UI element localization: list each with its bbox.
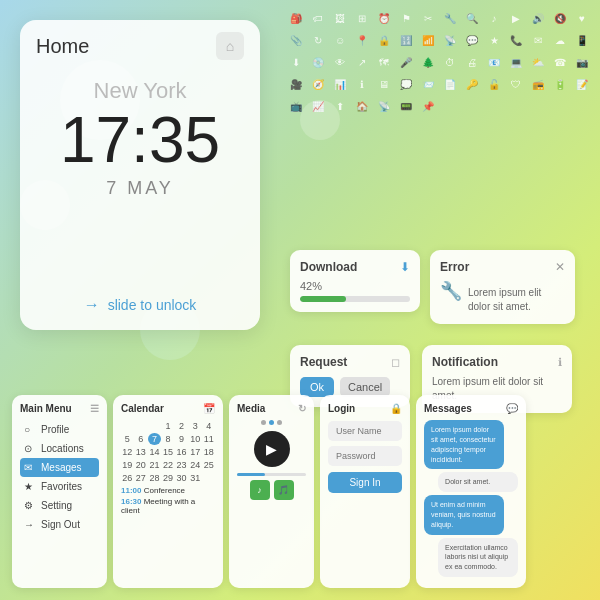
calendar-icon: 📅: [203, 403, 215, 414]
icon-key: 🔑: [462, 74, 482, 94]
home-icon: ⌂: [216, 32, 244, 60]
menu-item-signout[interactable]: → Sign Out: [20, 515, 99, 534]
city-name: New York: [94, 78, 187, 104]
info-icon: ℹ: [558, 356, 562, 369]
dot-2: [269, 420, 274, 425]
icon-bar: 📊: [330, 74, 350, 94]
icon-unlock: 🔓: [484, 74, 504, 94]
event-1-label: Conference: [144, 486, 185, 495]
home-card: Home ⌂ New York 17:35 7 MAY → slide to u…: [20, 20, 260, 330]
request-buttons: Ok Cancel: [300, 377, 400, 397]
password-input[interactable]: [328, 446, 402, 466]
icon-head: ☺: [330, 30, 350, 50]
login-header: Login 🔒: [328, 403, 402, 414]
play-button[interactable]: ▶: [254, 431, 290, 467]
date-display: 7 MAY: [106, 178, 174, 199]
icon-compass: 🧭: [308, 74, 328, 94]
messages-header: Messages 💬: [424, 403, 518, 414]
menu-item-messages[interactable]: ✉ Mesages: [20, 458, 99, 477]
menu-label-messages: Mesages: [41, 462, 82, 473]
download-header: Download ⬇: [300, 260, 410, 274]
icon-wrench: 🔧: [440, 8, 460, 28]
profile-icon: ○: [24, 424, 36, 435]
icon-chart2: 📈: [308, 96, 328, 116]
request-title: Request: [300, 355, 347, 369]
icon-info: ℹ: [352, 74, 372, 94]
sign-in-button[interactable]: Sign In: [328, 472, 402, 493]
ok-button[interactable]: Ok: [300, 377, 334, 397]
progress-bar-fill: [300, 296, 346, 302]
media-dots: [237, 420, 306, 425]
download-percent: 42%: [300, 280, 410, 292]
locations-icon: ⊙: [24, 443, 36, 454]
icon-clock: ⏱: [440, 52, 460, 72]
menu-item-setting[interactable]: ⚙ Setting: [20, 496, 99, 515]
username-input[interactable]: [328, 421, 402, 441]
icon-cloud2: ☁: [550, 30, 570, 50]
menu-item-favorites[interactable]: ★ Favorites: [20, 477, 99, 496]
messages-panel: Messages 💬 Lorem ipsum dolor sit amet, c…: [416, 395, 526, 588]
slide-unlock[interactable]: → slide to unlock: [84, 296, 197, 314]
main-menu-title: Main Menu: [20, 403, 72, 414]
icon-phone3: 📟: [396, 96, 416, 116]
icon-calc: 🔢: [396, 30, 416, 50]
request-icon: ◻: [391, 356, 400, 369]
icon-monitor: 🖥: [374, 74, 394, 94]
icon-image: 🖼: [330, 8, 350, 28]
media-title: Media: [237, 403, 265, 414]
download-card: Download ⬇ 42%: [290, 250, 420, 312]
icon-msg2: 💭: [396, 74, 416, 94]
icon-video: 🎥: [286, 74, 306, 94]
menu-label-signout: Sign Out: [41, 519, 80, 530]
time-display: 17:35: [60, 108, 220, 172]
event-1-time: 11:00: [121, 486, 141, 495]
menu-item-locations[interactable]: ⊙ Locations: [20, 439, 99, 458]
media-panel: Media ↻ ▶ ♪ 🎵: [229, 395, 314, 588]
icon-lock: 🔒: [374, 30, 394, 50]
icon-note: 📝: [572, 74, 592, 94]
icon-music: ♪: [484, 8, 504, 28]
icon-cloud3: ⛅: [528, 52, 548, 72]
menu-label-locations: Locations: [41, 443, 84, 454]
icon-vol: 🔊: [528, 8, 548, 28]
icon-grid: ⊞: [352, 8, 372, 28]
event-2-time: 16:30: [121, 497, 141, 506]
error-title: Error: [440, 260, 469, 274]
slide-label: slide to unlock: [108, 297, 197, 313]
event-1: 11:00 Conference: [121, 486, 215, 495]
icon-alarm: ⏰: [374, 8, 394, 28]
menu-item-profile[interactable]: ○ Profile: [20, 420, 99, 439]
icon-home2: 🏠: [352, 96, 372, 116]
main-menu-panel: Main Menu ☰ ○ Profile ⊙ Locations ✉ Mesa…: [12, 395, 107, 588]
icon-laptop: 💻: [506, 52, 526, 72]
icon-eye: 👁: [330, 52, 350, 72]
icon-camera: 📷: [572, 52, 592, 72]
media-icons: ♪ 🎵: [237, 480, 306, 500]
calendar-grid: 1234 567891011 12131415161718 1920212223…: [121, 420, 215, 484]
menu-label-setting: Setting: [41, 500, 72, 511]
icon-scissors: ✂: [418, 8, 438, 28]
icon-mail2: 📨: [418, 74, 438, 94]
icon-wifi: 📡: [440, 30, 460, 50]
download-icon: ⬇: [400, 260, 410, 274]
icon-dl: ⬇: [286, 52, 306, 72]
icon-tree: 🌲: [418, 52, 438, 72]
icon-share: ↗: [352, 52, 372, 72]
media-progress-bar: [237, 473, 306, 476]
icon-loc2: 📌: [418, 96, 438, 116]
error-card: Error ✕ 🔧 Lorem ipsum elit dolor sit ame…: [430, 250, 575, 324]
messages-icon: 💬: [506, 403, 518, 414]
login-lock-icon: 🔒: [390, 403, 402, 414]
messages-title: Messages: [424, 403, 472, 414]
media-progress-fill: [237, 473, 265, 476]
close-icon[interactable]: ✕: [555, 260, 565, 274]
calendar-title: Calendar: [121, 403, 164, 414]
msg-bubble-4: Exercitation ullamco laboris nisi ut ali…: [438, 538, 518, 577]
msg-bubble-2: Dolor sit amet.: [438, 472, 518, 492]
login-title: Login: [328, 403, 355, 414]
cancel-button[interactable]: Cancel: [340, 377, 390, 397]
messages-menu-icon: ✉: [24, 462, 36, 473]
icon-cd: 💿: [308, 52, 328, 72]
icon-star: ★: [484, 30, 504, 50]
icon-clip: 📎: [286, 30, 306, 50]
